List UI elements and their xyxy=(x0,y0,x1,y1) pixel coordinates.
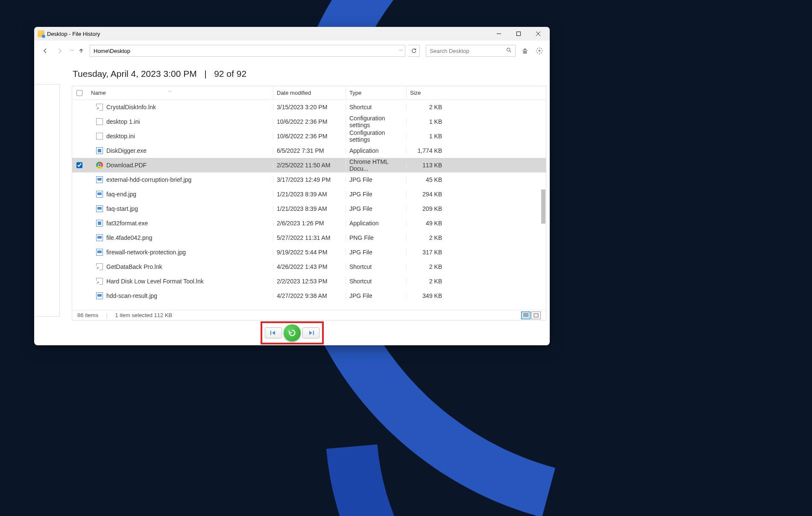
address-text: Home\Desktop xyxy=(94,48,130,54)
column-type[interactable]: Type xyxy=(346,86,406,99)
img-icon xyxy=(96,234,103,241)
file-row[interactable]: DiskDigger.exe 6/5/2022 7:31 PM Applicat… xyxy=(72,143,546,158)
refresh-button[interactable] xyxy=(408,45,420,57)
file-name: Download.PDF xyxy=(106,162,147,169)
img-icon xyxy=(96,205,103,212)
select-all-checkbox[interactable] xyxy=(76,90,82,96)
search-box[interactable] xyxy=(426,45,516,57)
file-type: Chrome HTML Docu... xyxy=(346,158,406,172)
gear-icon[interactable] xyxy=(534,46,545,56)
file-checkbox[interactable] xyxy=(76,162,82,168)
minimize-button[interactable] xyxy=(489,27,509,41)
file-row[interactable]: faq-end.jpg 1/21/2023 8:39 AM JPG File 2… xyxy=(72,187,546,201)
file-name: external-hdd-corruption-brief.jpg xyxy=(106,176,191,183)
file-type: JPG File xyxy=(346,191,406,198)
file-name: faq-start.jpg xyxy=(106,205,138,212)
file-date: 3/15/2023 3:20 PM xyxy=(273,104,346,111)
file-date: 3/17/2023 12:49 PM xyxy=(273,176,346,183)
file-row[interactable]: firewall-network-protection.jpg 9/19/202… xyxy=(72,245,546,259)
address-dropdown-icon[interactable]: ﹀ xyxy=(399,48,403,54)
file-date: 2/2/2023 12:53 PM xyxy=(273,278,346,285)
file-size: 1 KB xyxy=(406,118,446,125)
svg-point-4 xyxy=(507,48,510,51)
search-icon[interactable] xyxy=(506,47,512,54)
file-row[interactable]: CrystalDiskInfo.lnk 3/15/2023 3:20 PM Sh… xyxy=(72,100,546,114)
ini-icon xyxy=(96,133,103,140)
file-type: Shortcut xyxy=(346,263,406,270)
file-date: 2/25/2022 11:50 AM xyxy=(273,162,346,169)
file-row[interactable]: desktop 1.ini 10/6/2022 2:36 PM Configur… xyxy=(72,114,546,129)
file-row[interactable]: desktop.ini 10/6/2022 2:36 PM Configurat… xyxy=(72,129,546,143)
up-button[interactable] xyxy=(75,45,87,57)
file-date: 6/5/2022 7:31 PM xyxy=(273,147,346,154)
shortcut-icon xyxy=(96,263,103,270)
close-button[interactable] xyxy=(528,27,548,41)
exe-icon xyxy=(96,220,103,227)
file-row[interactable]: Hard Disk Low Level Format Tool.lnk 2/2/… xyxy=(72,274,546,289)
shortcut-icon xyxy=(96,104,103,111)
forward-button[interactable] xyxy=(54,45,66,57)
bottom-controls xyxy=(34,321,550,345)
titlebar[interactable]: Desktop - File History xyxy=(34,27,550,41)
column-date[interactable]: Date modified xyxy=(273,86,346,99)
status-bar: 86 items | 1 item selected 112 KB xyxy=(72,310,546,320)
back-button[interactable] xyxy=(39,45,51,57)
next-version-button[interactable] xyxy=(302,327,320,338)
toolbar: ﹀ Home\Desktop ﹀ xyxy=(34,41,550,61)
file-size: 45 KB xyxy=(406,176,446,183)
file-size: 2 KB xyxy=(406,234,446,241)
home-icon[interactable] xyxy=(520,46,530,56)
svg-rect-11 xyxy=(270,331,271,335)
highlight-annotation xyxy=(261,321,324,344)
column-headers[interactable]: Name ︿ Date modified Type Size xyxy=(72,86,546,100)
file-list: Name ︿ Date modified Type Size CrystalDi… xyxy=(72,86,546,321)
file-row[interactable]: faq-start.jpg 1/21/2023 8:39 AM JPG File… xyxy=(72,201,546,216)
selection-info: 1 item selected 112 KB xyxy=(115,312,173,318)
file-row[interactable]: external-hdd-corruption-brief.jpg 3/17/2… xyxy=(72,172,546,187)
details-view-button[interactable] xyxy=(521,312,531,319)
content-area: Tuesday, April 4, 2023 3:00 PM | 92 of 9… xyxy=(34,61,550,345)
file-size: 2 KB xyxy=(406,278,446,285)
file-name: Hard Disk Low Level Format Tool.lnk xyxy=(106,278,204,285)
file-row[interactable]: Download.PDF 2/25/2022 11:50 AM Chrome H… xyxy=(72,158,546,172)
item-count: 86 items xyxy=(77,312,98,318)
file-row[interactable]: file.4fade042.png 5/27/2022 11:31 AM PNG… xyxy=(72,230,546,245)
history-dropdown-icon[interactable]: ﹀ xyxy=(70,48,74,54)
restore-button[interactable] xyxy=(284,324,301,341)
left-panel xyxy=(34,84,60,317)
shortcut-icon xyxy=(96,278,103,285)
address-bar[interactable]: Home\Desktop ﹀ xyxy=(90,45,405,57)
file-type: PNG File xyxy=(346,234,406,241)
file-row[interactable]: hdd-scan-result.jpg 4/27/2022 9:38 AM JP… xyxy=(72,289,546,303)
img-icon xyxy=(96,292,103,299)
img-icon xyxy=(96,191,103,198)
maximize-button[interactable] xyxy=(509,27,528,41)
previous-version-button[interactable] xyxy=(265,327,282,338)
file-row[interactable]: GetDataBack Pro.lnk 4/26/2022 1:43 PM Sh… xyxy=(72,259,546,274)
svg-point-6 xyxy=(539,50,541,52)
file-type: JPG File xyxy=(346,292,406,299)
thumbnails-view-button[interactable] xyxy=(531,312,541,319)
file-row[interactable]: fat32format.exe 2/6/2023 1:26 PM Applica… xyxy=(72,216,546,230)
window-title: Desktop - File History xyxy=(47,31,100,37)
file-history-window: Desktop - File History ﹀ Home\ xyxy=(34,27,550,345)
snapshot-header: Tuesday, April 4, 2023 3:00 PM | 92 of 9… xyxy=(34,61,550,86)
file-name: desktop.ini xyxy=(106,133,135,140)
column-name[interactable]: Name ︿ xyxy=(87,90,273,96)
file-size: 349 KB xyxy=(406,292,446,299)
file-name: faq-end.jpg xyxy=(106,191,136,198)
file-name: desktop 1.ini xyxy=(106,118,140,125)
column-size[interactable]: Size xyxy=(406,86,446,99)
vertical-scrollbar[interactable] xyxy=(541,189,545,224)
file-date: 10/6/2022 2:36 PM xyxy=(273,133,346,140)
file-size: 113 KB xyxy=(406,162,446,169)
file-date: 2/6/2023 1:26 PM xyxy=(273,220,346,227)
svg-rect-1 xyxy=(517,32,521,36)
file-name: firewall-network-protection.jpg xyxy=(106,249,186,256)
file-rows: CrystalDiskInfo.lnk 3/15/2023 3:20 PM Sh… xyxy=(72,100,546,310)
file-type: JPG File xyxy=(346,176,406,183)
search-input[interactable] xyxy=(430,48,512,54)
svg-rect-12 xyxy=(313,331,314,335)
file-name: GetDataBack Pro.lnk xyxy=(106,263,162,270)
file-type: Shortcut xyxy=(346,104,406,111)
